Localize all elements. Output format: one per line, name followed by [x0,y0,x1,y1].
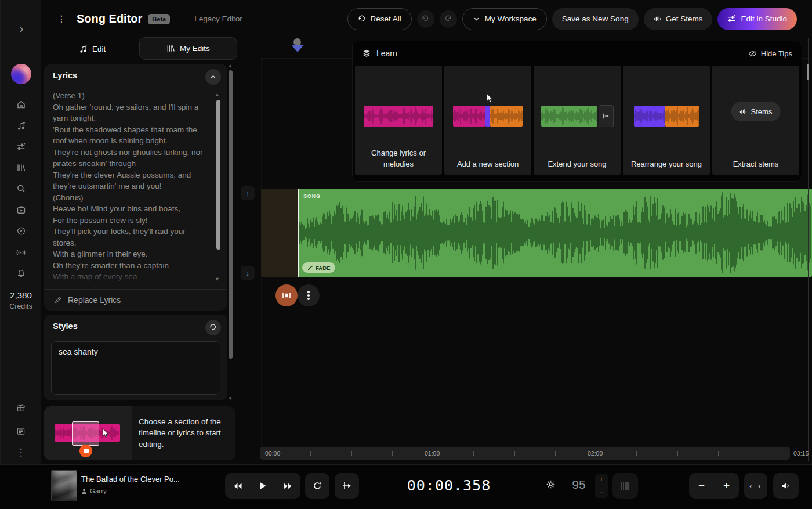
hide-tips-label: Hide Tips [761,49,792,58]
playhead-line[interactable] [298,56,298,447]
song-clip-label: SONG [303,193,321,199]
learn-card-label: Extract stems [717,159,795,170]
fit-icon: ‹ › [749,481,762,490]
learn-panel: Learn Hide Tips Change lyrics or melodie… [352,41,802,182]
album-art[interactable] [51,470,77,501]
kebab-icon [307,291,310,300]
ruler-label: 01:00 [425,450,440,457]
fade-label: FADE [316,265,330,271]
fast-forward-button[interactable] [276,473,300,499]
transport-bar: The Ballad of the Clever Po... Garry 00:… [0,464,812,509]
vertical-scrollbar-track [808,38,809,461]
vertical-scrollbar[interactable] [807,64,809,80]
cursor-icon [486,93,494,104]
bpm-decrease-button[interactable]: − [599,489,603,496]
learn-card-rearrange[interactable]: Rearrange your song [623,66,710,175]
track-artist: Garry [81,488,107,494]
artist-name: Garry [90,488,107,494]
ruler-label: 00:00 [265,450,280,457]
learn-card-label: Change lyrics or melodies [360,148,437,170]
hide-tips-button[interactable]: Hide Tips [748,49,792,58]
song-editor-app: › 2,380 Credits [0,0,812,509]
zoom-controls: − + [689,473,739,499]
zoom-in-button[interactable]: + [714,473,739,499]
learn-title: Learn [376,49,397,58]
clip-options-button[interactable] [298,284,320,306]
stems-chip[interactable]: Stems [731,102,781,121]
layers-icon [362,49,371,58]
bpm-value[interactable]: 95 [567,478,590,492]
stems-icon [740,108,747,115]
stems-chip-label: Stems [751,107,773,116]
learn-card-label: Add a new section [449,159,527,170]
learn-card-label: Rearrange your song [628,159,705,170]
bpm-stepper: + − [595,474,608,498]
follow-playhead-button[interactable] [335,473,359,499]
fit-view-button[interactable]: ‹ › [744,473,767,499]
playhead-marker-icon[interactable] [291,45,304,52]
learn-card-label: Extend your song [538,159,616,170]
song-clip[interactable]: SONG FADE [298,189,812,277]
extend-icon [599,105,614,127]
metronome-button[interactable] [612,473,638,499]
learn-card-extract-stems[interactable]: Stems Extract stems [712,66,799,175]
learn-card-add-section[interactable]: Add a new section [444,66,531,175]
eye-off-icon [748,49,757,58]
learn-card-change-lyrics[interactable]: Change lyrics or melodies [355,66,442,175]
playback-controls [225,473,300,499]
zoom-out-button[interactable]: − [689,473,714,499]
pre-song-region[interactable] [261,189,298,277]
fade-curve-icon [307,265,313,270]
scroll-up-button[interactable]: ↑ [241,186,255,200]
duration-label: 03:15 [793,450,809,457]
track-title[interactable]: The Ballad of the Clever Po... [81,475,180,483]
rewind-button[interactable] [225,473,250,499]
learn-card-extend[interactable]: Extend your song [534,66,621,175]
section-select-button[interactable] [276,284,298,306]
timeline-scrollbar[interactable]: 00:00 01:00 02:00 [260,447,790,460]
bpm-increase-button[interactable]: + [599,476,603,483]
cursor-icon [102,428,110,438]
user-icon [81,488,87,494]
loop-button[interactable] [305,473,329,499]
fade-badge[interactable]: FADE [302,262,335,273]
ruler-label: 02:00 [588,450,603,457]
timeline-area: SONG FADE ↑ ↓ Learn Hide Tips [0,0,812,509]
song-waveform [298,189,812,277]
time-display: 00:00.358 [400,477,498,494]
play-button[interactable] [250,473,275,499]
volume-button[interactable] [773,473,799,499]
settings-gear-icon[interactable] [546,479,556,489]
scroll-down-button[interactable]: ↓ [241,266,255,280]
